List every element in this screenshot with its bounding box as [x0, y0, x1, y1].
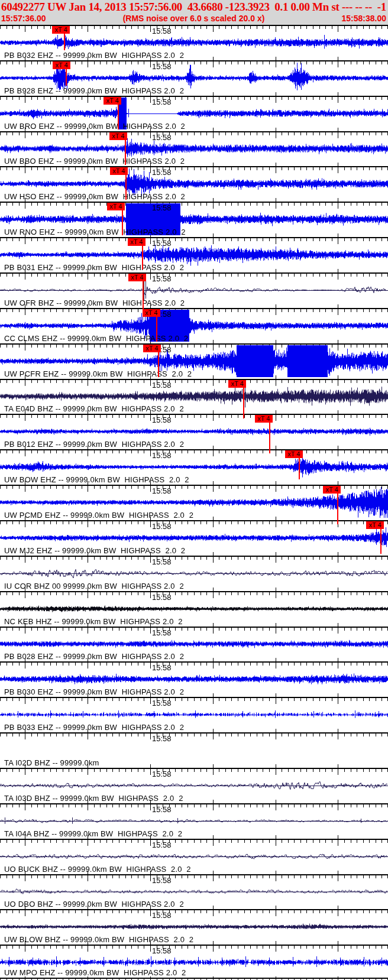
- phase-pick-line: [118, 105, 119, 129]
- station-label: TA I04A BHZ -- 99999.0km BW HIGHPASS 2.0…: [4, 829, 182, 838]
- trace-row[interactable]: 15:58xT 4UW BRO EHZ -- 99999.0km BW HIGH…: [0, 96, 388, 131]
- station-label: UW OFR BHZ -- 99999.0km BW HIGHPASS 2.0 …: [4, 298, 185, 307]
- trace-row[interactable]: 15:58xT 4PB B032 EHZ -- 99999.0km BW HIG…: [0, 25, 388, 60]
- time-tick-label: 15:58: [152, 911, 172, 920]
- station-label: UW PCMD EHZ -- 99999.0km BW HIGHPASS 2.0…: [4, 511, 193, 520]
- station-label: NC KEB HHZ -- 99999.0km BW HIGHPASS 2.0 …: [4, 617, 183, 626]
- station-label: UW BOW EHZ -- 99999.0km BW HIGHPASS 2.0 …: [4, 475, 189, 484]
- station-label: UW PCFR EHZ -- 99999.0km BW HIGHPASS 2.0…: [4, 369, 192, 378]
- time-tick-label: 15:58: [152, 946, 172, 955]
- phase-pick-line: [143, 281, 144, 312]
- time-tick-label: 15:58: [152, 522, 172, 531]
- trace-row[interactable]: 15:58xT 4UW PCFR EHZ -- 99999.0km BW HIG…: [0, 343, 388, 379]
- trace-row[interactable]: 15:58UO DBO BHZ -- 99999.0km BW HIGHPASS…: [0, 874, 388, 910]
- phase-pick-flag[interactable]: xT 4: [285, 450, 303, 458]
- trace-row[interactable]: 15:58xT 4UW HSO EHZ -- 99999.0km BW HIGH…: [0, 166, 388, 202]
- trace-row[interactable]: 15:58xT 4UW PCMD EHZ -- 99999.0km BW HIG…: [0, 485, 388, 520]
- time-tick-label: 15:58: [152, 239, 172, 248]
- waveform-panel: 15:58xT 4PB B032 EHZ -- 99999.0km BW HIG…: [0, 25, 388, 980]
- phase-pick-line: [243, 388, 244, 418]
- phase-pick-line: [125, 175, 127, 200]
- station-label: IU COR BHZ 00 99999.0km BW HIGHPASS 2.0 …: [4, 582, 184, 590]
- station-label: PB B031 EHZ -- 99999.0km BW HIGHPASS 2.0…: [4, 263, 184, 272]
- trace-row[interactable]: 15:58xT 4UW MJ2 EHZ -- 99999.0km BW HIGH…: [0, 520, 388, 556]
- phase-pick-flag[interactable]: xT 4: [104, 97, 121, 105]
- trace-row[interactable]: 15:58PB B028 EHZ -- 99999.0km BW HIGHPAS…: [0, 627, 388, 662]
- trace-row[interactable]: 15:58IU COR BHZ 00 99999.0km BW HIGHPASS…: [0, 556, 388, 591]
- time-tick-label: 15:58: [152, 274, 172, 283]
- station-label: PB B032 EHZ -- 99999.0km BW HIGHPASS 2.0…: [4, 51, 184, 60]
- event-flag: -1: [377, 1, 386, 13]
- phase-pick-line: [269, 423, 270, 453]
- time-tick-label: 15:58: [152, 27, 172, 35]
- trace-row[interactable]: 15:58xT 4PB B012 EHZ -- 99999.0km BW HIG…: [0, 414, 388, 449]
- trace-row[interactable]: 15:58xT 4UW RNO EHZ -- 99999.0km BW HIGH…: [0, 202, 388, 237]
- trace-row[interactable]: 15:58xT 4UW BBO EHZ -- 99999.0km BW HIGH…: [0, 131, 388, 167]
- event-summary-line: 60492277 UW Jan 14, 2013 15:57:56.00 43.…: [0, 0, 388, 13]
- trace-row[interactable]: 15:58xT 4PB B928 EHZ -- 99999.0km BW HIG…: [0, 60, 388, 96]
- station-label: TA I02D BHZ -- 99999.0km: [4, 758, 99, 767]
- time-window-line: 15:57:36.00 (RMS noise over 6.0 s scaled…: [0, 13, 388, 24]
- trace-row[interactable]: 15:58TA I02D BHZ -- 99999.0km: [0, 732, 388, 768]
- phase-pick-flag[interactable]: xT 4: [109, 132, 127, 140]
- trace-row[interactable]: 15:58xT 4UW BOW EHZ -- 99999.0km BW HIGH…: [0, 449, 388, 485]
- station-label: PB B030 EHZ -- 99999.0km BW HIGHPASS 2.0…: [4, 687, 184, 696]
- phase-pick-line: [337, 494, 338, 524]
- trace-row[interactable]: 15:58xT 4PB B031 EHZ -- 99999.0km BW HIG…: [0, 237, 388, 272]
- phase-pick-flag[interactable]: xT 4: [255, 415, 273, 423]
- time-tick-label: 15:58: [152, 805, 172, 814]
- trace-row[interactable]: 15:58NC KEB HHZ -- 99999.0km BW HIGHPASS…: [0, 591, 388, 627]
- station-label: UW BBO EHZ -- 99999.0km BW HIGHPASS 2.0 …: [4, 157, 185, 166]
- phase-pick-flag[interactable]: xT 4: [143, 309, 160, 317]
- trace-row[interactable]: 15:58UO BUCK BHZ -- 99999.0km BW HIGHPAS…: [0, 839, 388, 874]
- phase-pick-line: [158, 352, 159, 377]
- phase-pick-flag[interactable]: xT 4: [128, 274, 146, 281]
- station-label: PB B033 EHZ -- 99999.0km BW HIGHPASS 2.0…: [4, 723, 184, 732]
- station-label: UW BRO EHZ -- 99999.0km BW HIGHPASS 2.0 …: [4, 122, 185, 131]
- time-tick-label: 15:58: [152, 876, 172, 885]
- trace-row[interactable]: 15:58xT 4UW OFR BHZ -- 99999.0km BW HIGH…: [0, 272, 388, 308]
- station-label: PB B028 EHZ -- 99999.0km BW HIGHPASS 2.0…: [4, 652, 184, 661]
- time-tick-label: 15:58: [152, 699, 172, 708]
- time-tick-label: 15:58: [152, 841, 172, 849]
- station-label: PB B928 EHZ -- 99999.0km BW HIGHPASS 2.0…: [4, 86, 184, 95]
- trace-row[interactable]: 15:58PB B030 EHZ -- 99999.0km BW HIGHPAS…: [0, 661, 388, 697]
- time-tick-label: 15:58: [152, 168, 172, 177]
- trace-row[interactable]: 15:58UW BLOW BHZ -- 99999.0km BW HIGHPAS…: [0, 909, 388, 945]
- event-header: 60492277 UW Jan 14, 2013 15:57:56.00 43.…: [0, 0, 388, 25]
- time-tick-label: 15:58: [152, 133, 172, 142]
- time-tick-label: 15:58: [152, 451, 172, 460]
- time-tick-label: 15:58: [152, 381, 172, 390]
- trace-row[interactable]: 15:58xT 4CC CLMS EHZ -- 99999.0km BW HIG…: [0, 308, 388, 343]
- phase-pick-line: [299, 458, 300, 479]
- station-label: UO BUCK BHZ -- 99999.0km BW HIGHPASS 2.0…: [4, 865, 191, 874]
- trace-row[interactable]: 15:58TA I03D BHZ -- 99999.0km BW HIGHPAS…: [0, 768, 388, 803]
- trace-row[interactable]: 15:58UW MPO EHZ -- 99999.0km BW HIGHPASS…: [0, 945, 388, 980]
- phase-pick-flag[interactable]: xT 4: [110, 167, 128, 175]
- phase-pick-flag[interactable]: xT 4: [52, 26, 70, 34]
- trace-row[interactable]: 15:58PB B033 EHZ -- 99999.0km BW HIGHPAS…: [0, 697, 388, 732]
- station-label: CC CLMS EHZ -- 99999.0km BW HIGHPASS 2.0…: [4, 334, 188, 343]
- phase-pick-flag[interactable]: xT 4: [228, 380, 246, 388]
- trace-row[interactable]: 15:58xT 4TA E04D BHZ -- 99999.0km BW HIG…: [0, 379, 388, 414]
- time-tick-label: 15:58: [152, 486, 172, 495]
- event-id-datetime: 60492277 UW Jan 14, 2013 15:57:56.00: [1, 1, 182, 13]
- time-tick-label: 15:58: [152, 734, 172, 743]
- phase-pick-line: [64, 34, 65, 50]
- phase-pick-flag[interactable]: xT 4: [53, 61, 70, 69]
- phase-pick-flag[interactable]: xT 4: [128, 238, 146, 246]
- station-label: TA E04D BHZ -- 99999.0km BW HIGHPASS 2.0…: [4, 404, 184, 413]
- time-tick-label: 15:58: [152, 770, 172, 778]
- window-start-time: 15:57:36.00: [1, 13, 46, 24]
- phase-pick-flag[interactable]: xT 4: [323, 486, 341, 494]
- phase-pick-flag[interactable]: xT 4: [107, 203, 125, 210]
- trace-row[interactable]: 15:58TA I04A BHZ -- 99999.0km BW HIGHPAS…: [0, 803, 388, 839]
- station-label: TA I03D BHZ -- 99999.0km BW HIGHPASS 2.0…: [4, 794, 183, 803]
- phase-pick-flag[interactable]: xT 4: [366, 521, 384, 529]
- station-label: PB B012 EHZ -- 99999.0km BW HIGHPASS 2.0…: [4, 440, 184, 449]
- phase-pick-flag[interactable]: xT 4: [143, 345, 161, 352]
- window-end-time: 15:58:38.00: [341, 13, 386, 24]
- event-location: 43.6680 -123.3923: [187, 1, 270, 13]
- time-tick-label: 15:58: [152, 98, 172, 106]
- station-label: UW MJ2 EHZ -- 99999.0km BW HIGHPASS 2.0 …: [4, 546, 185, 555]
